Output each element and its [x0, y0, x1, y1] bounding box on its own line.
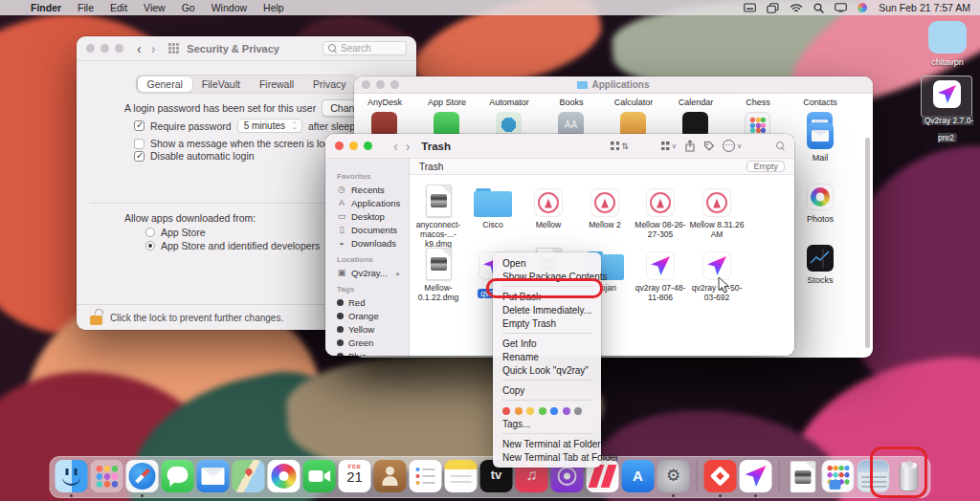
show-message-checkbox[interactable]	[134, 139, 145, 149]
sidebar-item-downloads[interactable]: ◒Downloads	[325, 236, 409, 250]
tag-color-gray[interactable]	[574, 407, 582, 415]
display-icon[interactable]	[835, 3, 847, 12]
menu-bar-clock[interactable]: Sun Feb 21 7:57 AM	[879, 2, 970, 13]
desktop-icon-qv2ray[interactable]	[933, 80, 961, 108]
sidebar-item-qv2ray-disk[interactable]: ▣Qv2ray...▲	[325, 266, 409, 279]
tag-color-orange[interactable]	[515, 407, 523, 415]
show-all-icon[interactable]	[168, 43, 179, 54]
disable-login-checkbox[interactable]	[134, 151, 145, 162]
menu-go[interactable]: Go	[182, 2, 195, 13]
app-label-chess[interactable]: Chess	[727, 98, 789, 107]
tag-color-blue[interactable]	[550, 407, 558, 415]
dock-item-system-preferences[interactable]	[657, 460, 690, 492]
window-controls[interactable]	[86, 44, 123, 53]
siri-icon[interactable]	[858, 3, 867, 12]
dock-item-messages[interactable]	[162, 460, 194, 492]
back-button[interactable]: ‹	[137, 42, 142, 55]
wifi-icon[interactable]	[790, 3, 803, 12]
file-mellow-3[interactable]: Mellow 08-26-27-305	[633, 181, 688, 239]
forward-button[interactable]: ›	[406, 140, 411, 153]
file-mellow-2[interactable]: Mellow 2	[577, 181, 633, 229]
share-icon[interactable]	[684, 140, 696, 152]
menu-item-copy[interactable]: Copy	[493, 383, 601, 397]
tab-general[interactable]: General	[137, 76, 191, 92]
sidebar-tag-blue[interactable]: Blue	[325, 349, 409, 356]
app-label-appstore[interactable]: App Store	[416, 98, 478, 107]
sidebar-item-applications[interactable]: AApplications	[325, 196, 409, 209]
keyboard-icon[interactable]	[744, 3, 756, 12]
tag-color-red[interactable]	[502, 407, 510, 415]
dock-item-launchpad[interactable]	[91, 460, 123, 492]
dock-item-safari[interactable]	[126, 460, 159, 492]
app-label-automator[interactable]: Automator	[479, 98, 540, 107]
file-mellow-dmg[interactable]: Mellow-0.1.22.dmg	[411, 244, 466, 302]
tab-privacy[interactable]: Privacy	[303, 76, 355, 92]
dock-item-facetime[interactable]	[303, 460, 336, 492]
menu-item-empty-trash[interactable]: Empty Trash	[493, 316, 601, 330]
back-button[interactable]: ‹	[393, 140, 398, 153]
menu-item-tags[interactable]: Tags...	[493, 417, 601, 430]
dock-item-reminders[interactable]	[410, 460, 442, 492]
menu-item-get-info[interactable]: Get Info	[493, 337, 601, 350]
file-mellow[interactable]: Mellow	[521, 181, 576, 229]
menu-item-delete-immediately[interactable]: Delete Immediately...	[493, 303, 601, 316]
tag-color-yellow[interactable]	[526, 407, 534, 415]
desktop-icon-chitavpn[interactable]: chitavpn	[924, 21, 970, 67]
dock-item-anydesk[interactable]	[704, 460, 737, 492]
menu-window[interactable]: Window	[212, 2, 247, 13]
empty-trash-button[interactable]: Empty	[746, 161, 785, 172]
folder-cisco[interactable]: Cisco	[465, 181, 521, 229]
menu-file[interactable]: File	[78, 2, 94, 13]
file-qv2ray-2[interactable]: qv2ray 07-48-11-806	[633, 244, 688, 302]
dock-item-notes[interactable]	[445, 460, 478, 492]
file-mellow-4[interactable]: Mellow 8.31.26 AM	[689, 181, 745, 239]
eject-icon[interactable]: ▲	[394, 270, 401, 276]
radio-app-store[interactable]	[145, 228, 155, 237]
tag-color-purple[interactable]	[563, 407, 570, 415]
tag-color-green[interactable]	[539, 407, 546, 415]
file-anyconnect-dmg[interactable]: anyconnect-macos-...-k9.dmg	[411, 181, 466, 250]
app-label-calendar[interactable]: Calendar	[665, 98, 726, 107]
menu-help[interactable]: Help	[263, 2, 284, 13]
app-label-anydesk[interactable]: AnyDesk	[354, 98, 415, 107]
spotlight-icon[interactable]	[813, 3, 824, 13]
app-label-contacts[interactable]: Contacts	[790, 98, 851, 107]
menu-item-rename[interactable]: Rename	[493, 350, 601, 363]
dock-item-finder[interactable]	[56, 460, 88, 492]
menu-view[interactable]: View	[144, 2, 166, 13]
dock-item-contacts[interactable]	[374, 460, 407, 492]
group-by-icon[interactable]: ∨	[661, 142, 677, 150]
require-password-checkbox[interactable]	[134, 120, 145, 131]
view-options-icon[interactable]: ⇅	[611, 142, 629, 151]
sidebar-tag-red[interactable]: Red	[325, 295, 409, 309]
menu-edit[interactable]: Edit	[110, 2, 127, 13]
require-password-dropdown[interactable]: 5 minutes ⌃⌄	[237, 119, 302, 133]
file-qv2ray-3[interactable]: qv2ray 07-50-03-692	[689, 244, 745, 302]
dock-item-maps[interactable]	[233, 460, 265, 492]
stage-windows-icon[interactable]	[767, 3, 779, 13]
menu-item-new-terminal-tab[interactable]: New Terminal Tab at Folder	[493, 450, 601, 464]
menu-item-new-terminal[interactable]: New Terminal at Folder	[493, 437, 601, 450]
window-controls[interactable]	[335, 142, 372, 150]
sidebar-item-documents[interactable]: ▯Documents	[325, 223, 409, 236]
search-icon[interactable]	[776, 142, 785, 150]
menu-item-quick-look[interactable]: Quick Look "qv2ray"	[493, 363, 601, 377]
dock-item-disk-image[interactable]	[787, 460, 819, 492]
app-label-calculator[interactable]: Calculator	[603, 98, 664, 107]
menu-finder[interactable]: Finder	[31, 2, 61, 13]
scrollbar[interactable]	[865, 138, 870, 348]
menu-item-open[interactable]: Open	[493, 256, 601, 270]
search-field[interactable]: Search	[323, 41, 407, 55]
dock-item-calendar[interactable]: FEB21	[339, 460, 371, 492]
dock-item-mail[interactable]	[197, 460, 230, 492]
app-item-mail[interactable]: Mail	[790, 122, 851, 163]
tab-firewall[interactable]: Firewall	[250, 76, 303, 92]
unlocked-padlock-icon[interactable]	[90, 316, 102, 325]
app-item-stocks[interactable]: Stocks	[790, 245, 851, 285]
sidebar-tag-yellow[interactable]: Yellow	[325, 322, 409, 336]
dock-item-downloads-folder[interactable]	[822, 460, 855, 492]
app-item-photos[interactable]: Photos	[790, 184, 851, 224]
dock-item-app-store[interactable]	[622, 460, 655, 492]
sidebar-item-desktop[interactable]: ▭Desktop	[325, 209, 409, 223]
dock-item-photos[interactable]	[268, 460, 301, 492]
